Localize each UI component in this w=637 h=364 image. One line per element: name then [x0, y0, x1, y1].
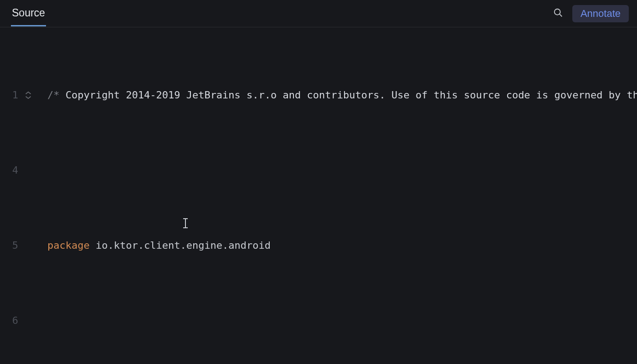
line-number: 1 [0, 87, 21, 103]
topbar: Source Annotate [0, 0, 637, 27]
svg-line-1 [560, 14, 562, 16]
keyword: package [47, 240, 90, 251]
code-line: 5 package io.ktor.client.engine.android [0, 238, 637, 253]
code-line: 6 [0, 313, 637, 328]
gutter-marks [21, 87, 47, 103]
code-line: 4 [0, 163, 637, 178]
text-cursor-icon [182, 188, 189, 199]
comment-text: Copyright 2014-2019 JetBrains s.r.o and … [60, 89, 637, 101]
source-tab[interactable]: Source [11, 1, 46, 26]
package-path: io.ktor.client.engine.android [90, 240, 271, 251]
annotate-button[interactable]: Annotate [572, 5, 629, 22]
line-number: 4 [0, 163, 21, 178]
svg-point-0 [555, 9, 560, 15]
fold-toggle-icon[interactable] [24, 91, 33, 100]
search-icon [553, 8, 563, 20]
code-line: 1 /* Copyright 2014-2019 JetBrains s.r.o… [0, 87, 637, 103]
search-button[interactable] [550, 6, 566, 21]
line-number: 5 [0, 238, 21, 253]
line-number: 6 [0, 313, 21, 328]
code-editor[interactable]: 1 /* Copyright 2014-2019 JetBrains s.r.o… [0, 27, 637, 364]
comment-start: /* [47, 89, 60, 101]
